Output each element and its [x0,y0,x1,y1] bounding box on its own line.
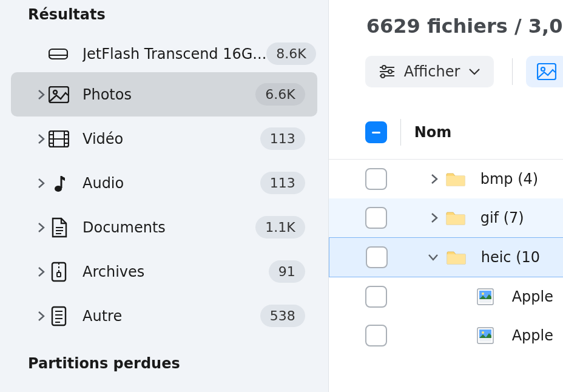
svg-point-39 [482,331,484,334]
folder-icon [445,209,466,226]
other-icon [49,306,69,326]
chevron-right-icon [36,178,46,189]
chevron-down-icon [468,68,480,75]
folder-icon [446,249,467,266]
chevron-right-icon[interactable] [431,174,438,184]
file-list: bmp (4)gif (7)heic (10AppleApple [329,159,563,355]
device-row[interactable]: JetFlash Transcend 16G... 8.6K [0,35,328,72]
note-icon [49,174,69,193]
icon-slot [477,288,504,305]
file-label: heic (10 [481,249,540,266]
zip-icon [49,262,69,282]
select-all-checkbox[interactable] [365,121,387,143]
svg-point-1 [53,90,57,94]
count-badge: 538 [260,305,305,327]
separator [400,119,401,146]
svg-point-26 [388,70,392,73]
separator [512,58,513,85]
sidebar-item-other[interactable]: Autre538 [11,294,317,338]
count-badge: 6.6K [255,83,305,106]
results-heading: Résultats [0,2,328,35]
icon-slot [446,249,473,266]
chevron-right-icon [36,89,46,100]
icon-slot [477,327,504,344]
svg-point-10 [55,186,62,192]
svg-point-35 [482,292,484,295]
sidebar-item-archives[interactable]: Archives91 [11,249,317,294]
sidebar-item-label: Vidéo [83,130,260,147]
chevron-down-icon[interactable] [428,254,439,261]
image-file-icon [477,327,494,344]
image-file-icon [477,288,494,305]
thumbnail-view-button[interactable] [526,56,563,87]
svg-point-27 [381,74,385,78]
doc-icon [49,217,69,238]
folder-row[interactable]: bmp (4) [329,160,563,198]
svg-rect-40 [479,338,491,342]
sidebar-item-label: Photos [83,86,255,103]
svg-rect-31 [447,215,465,225]
sliders-icon [379,64,396,79]
display-button[interactable]: Afficher [365,56,494,87]
svg-rect-36 [479,299,491,303]
row-checkbox[interactable] [366,246,388,268]
file-row[interactable]: Apple [329,316,563,355]
row-checkbox[interactable] [365,286,387,308]
file-label: Apple [512,288,553,305]
column-name-header[interactable]: Nom [414,124,452,141]
file-label: Apple [512,327,553,344]
expand-slot [388,254,446,261]
svg-rect-30 [447,176,465,186]
row-checkbox[interactable] [365,207,387,229]
svg-point-25 [382,66,386,69]
count-badge: 113 [260,172,305,194]
count-badge: 91 [269,260,305,283]
svg-rect-32 [447,254,465,264]
folder-row[interactable]: heic (10 [329,237,563,277]
chevron-right-icon [36,266,46,277]
sidebar: Résultats JetFlash Transcend 16G... 8.6K… [0,0,329,392]
svg-rect-16 [57,272,61,277]
table-header: Nom [329,106,563,159]
sidebar-item-label: Archives [83,263,269,280]
file-count-summary: 6629 fichiers / 3,0 [329,8,563,56]
folder-icon [445,171,466,188]
chevron-right-icon[interactable] [431,212,438,223]
icon-slot [445,209,472,226]
count-badge: 1.1K [255,216,305,238]
film-icon [49,130,69,147]
drive-icon [49,47,68,61]
main-panel: 6629 fichiers / 3,0 Afficher [329,0,563,392]
chevron-right-icon [36,222,46,233]
icon-slot [445,171,472,188]
expand-slot [387,212,445,223]
lost-partitions-heading: Partitions perdues [0,338,328,378]
toolbar: Afficher [329,56,563,87]
file-label: bmp (4) [480,171,538,188]
row-checkbox[interactable] [365,325,387,346]
svg-point-29 [541,67,545,71]
sidebar-item-label: Documents [83,219,255,236]
sidebar-item-photos[interactable]: Photos6.6K [11,72,317,117]
sidebar-item-video[interactable]: Vidéo113 [11,117,317,161]
expand-slot [387,174,445,184]
chevron-right-icon [36,133,46,144]
display-label: Afficher [404,63,460,80]
sidebar-item-audio[interactable]: Audio113 [11,161,317,205]
folder-row[interactable]: gif (7) [329,198,563,237]
sidebar-item-label: Autre [83,308,260,325]
svg-rect-28 [538,64,556,79]
row-checkbox[interactable] [365,168,387,190]
device-label: JetFlash Transcend 16G... [83,46,266,63]
file-label: gif (7) [480,209,524,226]
sidebar-item-documents[interactable]: Documents1.1K [11,205,317,249]
chevron-right-icon [36,311,46,322]
file-row[interactable]: Apple [329,277,563,316]
image-icon [537,63,556,80]
count-badge: 113 [260,127,305,150]
image-icon [49,86,69,103]
device-count-badge: 8.6K [266,42,315,65]
sidebar-item-label: Audio [83,175,260,192]
